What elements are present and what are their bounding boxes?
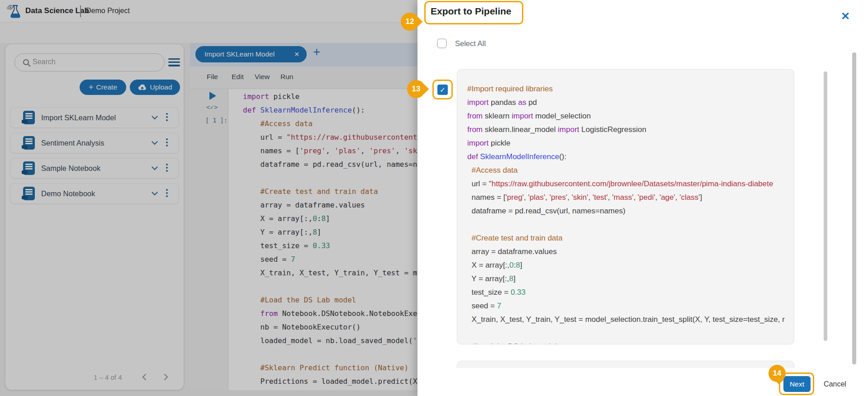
annotation-badge-13: 13 xyxy=(407,80,425,98)
modal-scrollbar[interactable] xyxy=(852,52,856,364)
annotation-badge-12: 12 xyxy=(401,13,419,31)
app-root: Data Science Lab Demo Project Notebook D… xyxy=(0,0,868,396)
exported-cell-code: #Import required librariesimport pandas … xyxy=(467,82,794,344)
annotation-badge-14: 14 xyxy=(768,365,786,382)
close-modal-icon[interactable]: ✕ xyxy=(841,10,850,23)
exported-cell-code-card: #Import required librariesimport pandas … xyxy=(457,69,794,344)
cell-select-checkbox[interactable]: ✓ xyxy=(437,85,448,95)
cancel-button[interactable]: Cancel xyxy=(817,376,853,392)
annotation-highlight-title xyxy=(424,1,523,24)
next-button[interactable]: Next xyxy=(783,376,811,392)
select-all-checkbox[interactable] xyxy=(437,38,447,48)
code-card-scrollbar[interactable] xyxy=(824,71,827,341)
select-all-label: Select All xyxy=(455,39,486,48)
export-to-pipeline-modal: Export to Pipeline ✕ Select All ✓ #Impor… xyxy=(417,0,868,396)
